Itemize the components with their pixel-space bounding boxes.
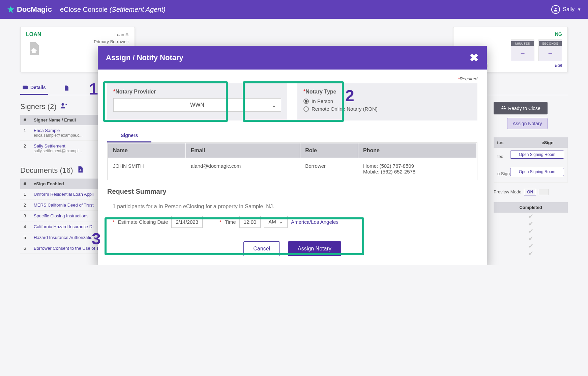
check-icon: ✔ — [494, 227, 568, 235]
primary-borrower-label: Primary Borrower: — [94, 38, 129, 46]
closing-time-input[interactable]: 12:00 — [239, 216, 261, 228]
check-icon: ✔ — [494, 242, 568, 250]
closing-heading: NG — [459, 31, 562, 37]
radio-icon — [303, 106, 309, 112]
top-bar: DocMagic eClose Console (Settlement Agen… — [0, 0, 588, 19]
brand-logo: DocMagic — [7, 5, 52, 14]
svg-marker-0 — [7, 6, 14, 13]
closing-date-input[interactable]: 2/14/2023 — [171, 216, 203, 228]
assign-notary-button[interactable]: Assign Notary — [507, 118, 548, 129]
tab-details[interactable]: Details — [20, 81, 48, 95]
loan-heading: LOAN — [26, 31, 46, 37]
check-icon: ✔ — [494, 235, 568, 242]
toggle-track — [539, 189, 549, 195]
check-icon: ✔ — [494, 220, 568, 227]
close-icon[interactable]: ✖ — [470, 51, 479, 64]
id-card-icon — [22, 84, 28, 90]
check-icon: ✔ — [494, 213, 568, 220]
avatar-icon — [551, 5, 560, 14]
chevron-down-icon: ▼ — [577, 7, 581, 12]
star-icon — [7, 5, 15, 14]
svg-point-3 — [61, 103, 64, 106]
cancel-button[interactable]: Cancel — [243, 241, 280, 256]
preview-mode-toggle[interactable]: Preview Mode ON — [494, 189, 568, 195]
tab-documents[interactable] — [61, 81, 71, 95]
notary-type-box: *Notary Type In Person Remote Online Not… — [297, 83, 477, 120]
radio-ron[interactable]: Remote Online Notary (RON) — [303, 106, 471, 112]
seconds-tile: SECONDS – — [538, 39, 562, 61]
document-icon — [63, 85, 69, 91]
user-menu[interactable]: Sally ▼ — [551, 5, 581, 14]
loan-no-label: Loan #: — [94, 31, 129, 38]
notary-provider-select[interactable]: WWN ⌄ — [113, 98, 281, 112]
people-icon — [501, 105, 506, 111]
house-file-icon — [26, 41, 46, 60]
minutes-tile: MINUTES – — [511, 39, 534, 61]
radio-icon — [303, 99, 309, 104]
request-summary-box: 1 participants for a In Person eClosing … — [107, 199, 477, 233]
add-signer-icon[interactable] — [60, 102, 67, 111]
table-row: JOHN SMITH aland@docmagic.com Borrower H… — [108, 158, 476, 179]
app-title: eClose Console (Settlement Agent) — [60, 6, 166, 14]
user-name: Sally — [563, 6, 575, 12]
svg-point-4 — [502, 106, 503, 107]
check-icon: ✔ — [494, 250, 568, 257]
add-document-icon[interactable] — [77, 166, 84, 175]
radio-in-person[interactable]: In Person — [303, 98, 471, 104]
assign-notary-submit-button[interactable]: Assign Notary — [288, 241, 341, 256]
brand-text: DocMagic — [17, 5, 52, 14]
modal-title: Assign / Notify Notary — [106, 53, 183, 62]
svg-point-5 — [504, 106, 505, 107]
notary-provider-box: *Notary Provider WWN ⌄ — [107, 83, 287, 120]
assign-notary-modal: Assign / Notify Notary ✖ *Required *Nota… — [98, 46, 487, 265]
request-summary-title: Request Summary — [107, 188, 477, 195]
ampm-select[interactable]: AM ⌄ — [264, 216, 288, 228]
open-signing-room-button[interactable]: Open Signing Room — [510, 151, 564, 159]
svg-rect-2 — [23, 86, 28, 89]
chevron-down-icon: ⌄ — [272, 102, 276, 108]
required-note: *Required — [107, 76, 477, 81]
modal-signers-table: Name Email Role Phone JOHN SMITH aland@d… — [107, 142, 477, 180]
svg-point-1 — [555, 8, 557, 9]
ready-to-close-button[interactable]: Ready to Close — [494, 102, 548, 114]
modal-tab-signers[interactable]: Signers — [107, 129, 151, 142]
edit-link[interactable]: Edit — [555, 63, 562, 68]
open-signing-room-button[interactable]: Open Signing Room — [510, 168, 564, 176]
timezone-link[interactable]: America/Los Angeles — [291, 219, 339, 225]
